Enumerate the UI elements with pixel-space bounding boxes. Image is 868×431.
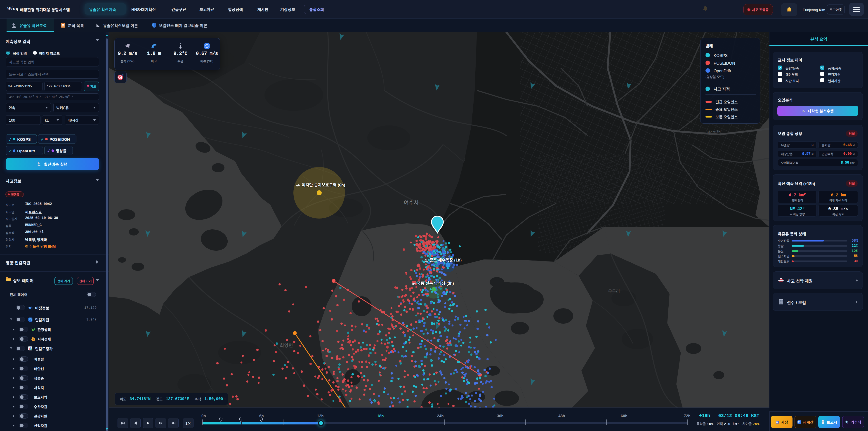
svg-text:$: $ xyxy=(33,338,34,340)
svg-text:화양면: 화양면 xyxy=(280,342,293,348)
svg-text:여수시: 여수시 xyxy=(404,198,418,206)
svg-text:우두리: 우두리 xyxy=(608,288,620,294)
